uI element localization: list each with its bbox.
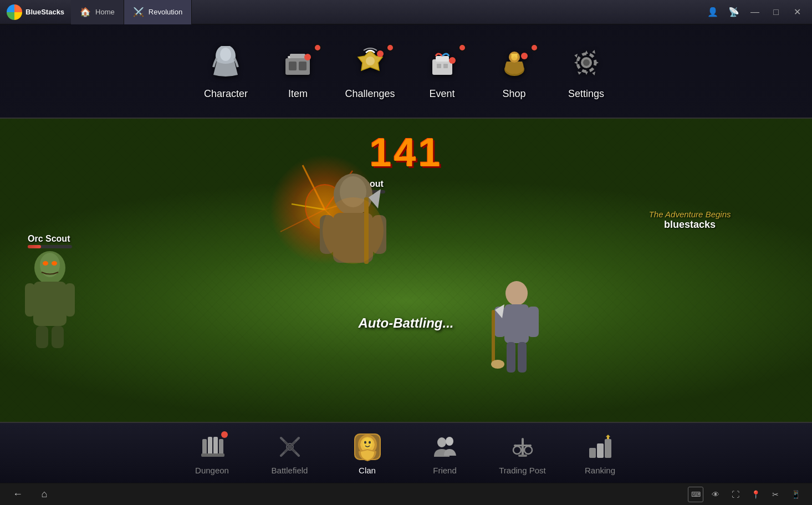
event-label: Event: [430, 88, 455, 100]
stream-icon[interactable]: 📡: [726, 4, 742, 21]
ranking-icon-wrap: [585, 431, 616, 462]
bluestacks-app-name: BlueStacks: [25, 8, 64, 16]
bnav-item-battlefield[interactable]: Battlefield: [257, 431, 323, 475]
svg-point-10: [377, 50, 384, 57]
shop-icon-wrap: [494, 43, 534, 83]
svg-rect-14: [443, 64, 448, 68]
svg-rect-6: [299, 62, 307, 70]
title-bar: BlueStacks 🏠 Home ⚔️ Revolution 👤 📡 — □ …: [0, 0, 812, 24]
bnav-item-trading-post[interactable]: Trading Post: [489, 431, 556, 475]
svg-point-15: [449, 57, 456, 64]
keyboard-icon[interactable]: ⌨: [688, 487, 703, 502]
quest-player: bluestacks: [649, 219, 731, 231]
battlefield-label: Battlefield: [272, 466, 308, 475]
player-svg: [489, 277, 544, 376]
bnav-item-ranking[interactable]: Ranking: [567, 431, 634, 475]
ranking-label: Ranking: [585, 466, 615, 475]
bnav-item-dungeon[interactable]: Dungeon: [179, 431, 246, 475]
screen-icon[interactable]: ⛶: [728, 487, 743, 502]
title-bar-controls: 👤 📡 — □ ✕: [704, 4, 812, 21]
phone-icon[interactable]: 📱: [788, 487, 803, 502]
svg-point-66: [524, 446, 532, 454]
svg-point-62: [446, 437, 453, 446]
nav-item-item[interactable]: Item: [273, 43, 323, 100]
dungeon-icon: [199, 433, 226, 460]
dungeon-badge: [221, 431, 228, 438]
friend-label: Friend: [433, 466, 457, 475]
challenges-label: Challenges: [345, 88, 395, 100]
dungeon-label: Dungeon: [195, 466, 229, 475]
svg-point-39: [323, 197, 384, 264]
home-tab-icon: 🏠: [80, 7, 91, 17]
battlefield-icon: [277, 433, 303, 460]
svg-point-25: [40, 253, 60, 277]
game-tab-icon: ⚔️: [133, 7, 144, 17]
nav-item-character[interactable]: Character: [201, 43, 251, 100]
bottom-nav: Dungeon Battlefield: [0, 422, 812, 483]
clan-icon: [352, 431, 383, 462]
settings-icon: [570, 46, 603, 79]
trading-post-label: Trading Post: [499, 466, 546, 475]
bnav-item-clan[interactable]: Clan: [334, 431, 401, 475]
svg-rect-5: [289, 62, 297, 70]
home-button[interactable]: ⌂: [35, 486, 53, 503]
svg-rect-41: [504, 304, 529, 343]
svg-point-59: [364, 441, 366, 443]
eye-icon[interactable]: 👁: [708, 487, 723, 502]
svg-rect-63: [522, 438, 524, 456]
settings-icon-wrap: [566, 43, 606, 83]
quest-title: The Adventure Begins: [649, 210, 731, 219]
home-tab-label: Home: [95, 8, 115, 16]
minimize-button[interactable]: —: [747, 4, 763, 21]
location-icon[interactable]: 📍: [748, 487, 763, 502]
close-button[interactable]: ✕: [789, 4, 805, 21]
nav-item-shop[interactable]: Shop: [489, 43, 539, 100]
svg-rect-73: [518, 455, 527, 457]
nav-item-event[interactable]: Event: [417, 43, 467, 100]
trading-post-icon-wrap: [507, 431, 538, 462]
svg-rect-13: [437, 64, 441, 68]
dungeon-icon-wrap: [197, 431, 228, 462]
nav-item-settings[interactable]: Settings: [561, 43, 611, 100]
orc-left-character: [17, 240, 83, 351]
game-tab[interactable]: ⚔️ Revolution: [124, 0, 192, 24]
event-icon-wrap: [422, 43, 462, 83]
item-icon-wrap: [278, 43, 318, 83]
nav-item-challenges[interactable]: Challenges: [345, 43, 395, 100]
svg-point-21: [583, 59, 590, 66]
svg-point-65: [513, 446, 521, 454]
bnav-item-friend[interactable]: Friend: [412, 431, 478, 475]
svg-point-1: [220, 48, 231, 61]
svg-point-60: [369, 441, 371, 443]
scissors-icon[interactable]: ✂: [768, 487, 783, 502]
svg-point-57: [362, 438, 372, 449]
profile-icon[interactable]: 👤: [704, 4, 721, 21]
bluestacks-logo-circle: [7, 4, 22, 20]
back-button[interactable]: ←: [9, 486, 27, 503]
svg-rect-75: [597, 443, 604, 458]
svg-rect-52: [201, 453, 224, 457]
svg-point-40: [505, 281, 528, 305]
friend-icon: [432, 433, 458, 460]
game-tab-label: Revolution: [149, 8, 182, 16]
trading-post-icon: [509, 433, 536, 460]
maximize-button[interactable]: □: [768, 4, 784, 21]
svg-rect-12: [436, 56, 449, 62]
orc-center-character: [309, 164, 397, 286]
clan-icon-wrap: [352, 431, 383, 462]
item-icon: [281, 46, 314, 79]
event-badge: [458, 44, 466, 52]
system-bar: ← ⌂ ⌨ 👁 ⛶ 📍 ✂ 📱: [0, 483, 812, 505]
svg-rect-51: [219, 439, 223, 455]
svg-rect-7: [290, 54, 305, 58]
battlefield-icon-wrap: [274, 431, 305, 462]
item-badge: [314, 44, 321, 52]
player-character: [489, 277, 544, 376]
character-icon-wrap: [206, 43, 246, 83]
clan-label: Clan: [359, 466, 376, 475]
challenges-badge: [386, 44, 394, 52]
home-tab[interactable]: 🏠 Home: [71, 0, 124, 24]
svg-point-61: [437, 437, 446, 447]
svg-rect-46: [492, 310, 495, 365]
character-label: Character: [204, 88, 248, 100]
